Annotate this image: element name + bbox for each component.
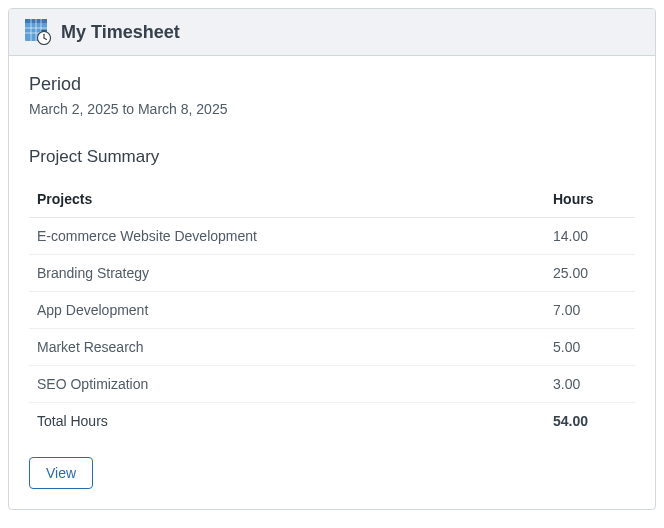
project-hours: 5.00: [545, 329, 635, 366]
period-label: Period: [29, 74, 635, 95]
page-title: My Timesheet: [61, 22, 180, 43]
svg-rect-8: [41, 30, 47, 31]
total-hours: 54.00: [545, 403, 635, 440]
card-body: Period March 2, 2025 to March 8, 2025 Pr…: [9, 56, 655, 509]
timesheet-card: My Timesheet Period March 2, 2025 to Mar…: [8, 8, 656, 510]
col-hours: Hours: [545, 181, 635, 218]
table-row: SEO Optimization 3.00: [29, 366, 635, 403]
project-name: Market Research: [29, 329, 545, 366]
table-row: Branding Strategy 25.00: [29, 255, 635, 292]
card-header: My Timesheet: [9, 9, 655, 56]
total-label: Total Hours: [29, 403, 545, 440]
project-hours: 3.00: [545, 366, 635, 403]
project-hours: 7.00: [545, 292, 635, 329]
table-row: Market Research 5.00: [29, 329, 635, 366]
project-summary-title: Project Summary: [29, 147, 635, 167]
table-row: App Development 7.00: [29, 292, 635, 329]
project-hours: 25.00: [545, 255, 635, 292]
project-name: Branding Strategy: [29, 255, 545, 292]
view-button[interactable]: View: [29, 457, 93, 489]
project-hours: 14.00: [545, 218, 635, 255]
period-range: March 2, 2025 to March 8, 2025: [29, 101, 635, 117]
table-row: E-commerce Website Development 14.00: [29, 218, 635, 255]
project-name: SEO Optimization: [29, 366, 545, 403]
project-name: E-commerce Website Development: [29, 218, 545, 255]
project-name: App Development: [29, 292, 545, 329]
timesheet-icon: [25, 19, 51, 45]
project-summary-table: Projects Hours E-commerce Website Develo…: [29, 181, 635, 439]
col-projects: Projects: [29, 181, 545, 218]
table-total-row: Total Hours 54.00: [29, 403, 635, 440]
